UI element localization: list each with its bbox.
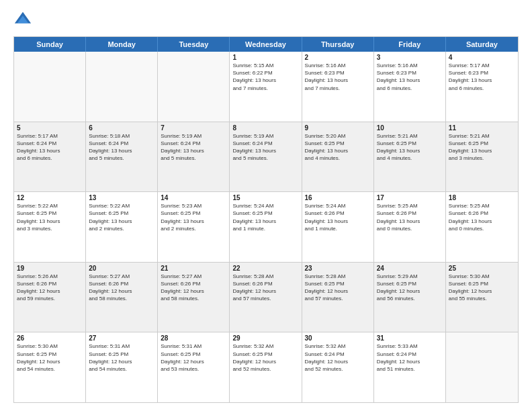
day-cell-22: 22Sunrise: 5:28 AM Sunset: 6:26 PM Dayli… <box>230 263 302 332</box>
week-row-2: 5Sunrise: 5:17 AM Sunset: 6:24 PM Daylig… <box>14 122 518 192</box>
day-info: Sunrise: 5:30 AM Sunset: 6:25 PM Dayligh… <box>17 342 83 373</box>
day-number: 30 <box>305 334 371 342</box>
day-cell-28: 28Sunrise: 5:31 AM Sunset: 6:25 PM Dayli… <box>158 332 230 402</box>
day-info: Sunrise: 5:32 AM Sunset: 6:24 PM Dayligh… <box>305 342 371 373</box>
day-cell-19: 19Sunrise: 5:26 AM Sunset: 6:26 PM Dayli… <box>14 263 86 332</box>
header <box>13 11 519 30</box>
calendar: SundayMondayTuesdayWednesdayThursdayFrid… <box>13 36 519 403</box>
day-info: Sunrise: 5:19 AM Sunset: 6:24 PM Dayligh… <box>232 132 298 163</box>
day-number: 16 <box>305 194 371 201</box>
empty-cell <box>446 332 518 402</box>
empty-cell <box>86 52 158 122</box>
week-row-5: 26Sunrise: 5:30 AM Sunset: 6:25 PM Dayli… <box>14 332 518 402</box>
day-info: Sunrise: 5:21 AM Sunset: 6:25 PM Dayligh… <box>449 132 515 163</box>
day-info: Sunrise: 5:22 AM Sunset: 6:25 PM Dayligh… <box>89 202 154 232</box>
day-number: 9 <box>305 124 371 132</box>
day-info: Sunrise: 5:31 AM Sunset: 6:25 PM Dayligh… <box>89 342 154 373</box>
header-day-saturday: Saturday <box>446 37 518 52</box>
header-day-tuesday: Tuesday <box>158 37 230 52</box>
page: SundayMondayTuesdayWednesdayThursdayFrid… <box>0 0 532 411</box>
day-number: 3 <box>377 54 443 61</box>
day-cell-21: 21Sunrise: 5:27 AM Sunset: 6:26 PM Dayli… <box>158 263 230 332</box>
day-cell-26: 26Sunrise: 5:30 AM Sunset: 6:25 PM Dayli… <box>14 332 86 402</box>
day-number: 17 <box>377 194 443 201</box>
day-info: Sunrise: 5:26 AM Sunset: 6:26 PM Dayligh… <box>17 273 83 303</box>
day-info: Sunrise: 5:23 AM Sunset: 6:25 PM Dayligh… <box>161 202 226 232</box>
day-info: Sunrise: 5:33 AM Sunset: 6:24 PM Dayligh… <box>377 342 443 373</box>
day-info: Sunrise: 5:17 AM Sunset: 6:24 PM Dayligh… <box>17 132 83 163</box>
day-cell-8: 8Sunrise: 5:19 AM Sunset: 6:24 PM Daylig… <box>230 122 302 192</box>
day-info: Sunrise: 5:24 AM Sunset: 6:25 PM Dayligh… <box>232 202 298 232</box>
day-cell-13: 13Sunrise: 5:22 AM Sunset: 6:25 PM Dayli… <box>86 192 158 262</box>
day-info: Sunrise: 5:30 AM Sunset: 6:25 PM Dayligh… <box>449 273 515 303</box>
day-number: 22 <box>232 265 298 272</box>
day-number: 6 <box>89 124 154 132</box>
day-number: 28 <box>161 334 226 342</box>
day-cell-3: 3Sunrise: 5:16 AM Sunset: 6:23 PM Daylig… <box>374 52 446 122</box>
day-info: Sunrise: 5:16 AM Sunset: 6:23 PM Dayligh… <box>377 62 443 92</box>
day-info: Sunrise: 5:29 AM Sunset: 6:25 PM Dayligh… <box>377 273 443 303</box>
header-day-sunday: Sunday <box>14 37 86 52</box>
day-info: Sunrise: 5:22 AM Sunset: 6:25 PM Dayligh… <box>17 202 83 232</box>
day-info: Sunrise: 5:15 AM Sunset: 6:22 PM Dayligh… <box>232 62 298 92</box>
day-cell-27: 27Sunrise: 5:31 AM Sunset: 6:25 PM Dayli… <box>86 332 158 402</box>
header-day-monday: Monday <box>86 37 158 52</box>
header-day-thursday: Thursday <box>302 37 374 52</box>
day-info: Sunrise: 5:21 AM Sunset: 6:25 PM Dayligh… <box>377 132 443 163</box>
calendar-body: 1Sunrise: 5:15 AM Sunset: 6:22 PM Daylig… <box>14 52 518 402</box>
day-number: 31 <box>377 334 443 342</box>
day-info: Sunrise: 5:17 AM Sunset: 6:23 PM Dayligh… <box>449 62 515 92</box>
day-number: 11 <box>449 124 515 132</box>
day-cell-5: 5Sunrise: 5:17 AM Sunset: 6:24 PM Daylig… <box>14 122 86 192</box>
day-number: 29 <box>232 334 298 342</box>
day-cell-16: 16Sunrise: 5:24 AM Sunset: 6:26 PM Dayli… <box>302 192 374 262</box>
day-info: Sunrise: 5:31 AM Sunset: 6:25 PM Dayligh… <box>161 342 226 373</box>
day-cell-30: 30Sunrise: 5:32 AM Sunset: 6:24 PM Dayli… <box>302 332 374 402</box>
week-row-1: 1Sunrise: 5:15 AM Sunset: 6:22 PM Daylig… <box>14 52 518 122</box>
day-info: Sunrise: 5:32 AM Sunset: 6:25 PM Dayligh… <box>232 342 298 373</box>
day-info: Sunrise: 5:25 AM Sunset: 6:26 PM Dayligh… <box>449 202 515 232</box>
day-info: Sunrise: 5:27 AM Sunset: 6:26 PM Dayligh… <box>89 273 154 303</box>
day-cell-14: 14Sunrise: 5:23 AM Sunset: 6:25 PM Dayli… <box>158 192 230 262</box>
day-info: Sunrise: 5:16 AM Sunset: 6:23 PM Dayligh… <box>305 62 371 92</box>
day-number: 8 <box>232 124 298 132</box>
header-day-friday: Friday <box>374 37 446 52</box>
day-cell-6: 6Sunrise: 5:18 AM Sunset: 6:24 PM Daylig… <box>86 122 158 192</box>
day-info: Sunrise: 5:18 AM Sunset: 6:24 PM Dayligh… <box>89 132 154 163</box>
day-number: 18 <box>449 194 515 201</box>
day-cell-10: 10Sunrise: 5:21 AM Sunset: 6:25 PM Dayli… <box>374 122 446 192</box>
header-day-wednesday: Wednesday <box>230 37 302 52</box>
day-number: 13 <box>89 194 154 201</box>
logo-icon <box>13 11 32 30</box>
day-number: 2 <box>305 54 371 61</box>
day-info: Sunrise: 5:28 AM Sunset: 6:26 PM Dayligh… <box>232 273 298 303</box>
day-cell-4: 4Sunrise: 5:17 AM Sunset: 6:23 PM Daylig… <box>446 52 518 122</box>
day-cell-12: 12Sunrise: 5:22 AM Sunset: 6:25 PM Dayli… <box>14 192 86 262</box>
week-row-4: 19Sunrise: 5:26 AM Sunset: 6:26 PM Dayli… <box>14 262 518 332</box>
day-cell-25: 25Sunrise: 5:30 AM Sunset: 6:25 PM Dayli… <box>446 263 518 332</box>
day-number: 24 <box>377 265 443 272</box>
day-info: Sunrise: 5:20 AM Sunset: 6:25 PM Dayligh… <box>305 132 371 163</box>
day-cell-17: 17Sunrise: 5:25 AM Sunset: 6:26 PM Dayli… <box>374 192 446 262</box>
day-cell-18: 18Sunrise: 5:25 AM Sunset: 6:26 PM Dayli… <box>446 192 518 262</box>
day-number: 5 <box>17 124 83 132</box>
day-cell-7: 7Sunrise: 5:19 AM Sunset: 6:24 PM Daylig… <box>158 122 230 192</box>
day-cell-31: 31Sunrise: 5:33 AM Sunset: 6:24 PM Dayli… <box>374 332 446 402</box>
day-number: 27 <box>89 334 154 342</box>
empty-cell <box>14 52 86 122</box>
day-number: 1 <box>232 54 298 61</box>
day-cell-29: 29Sunrise: 5:32 AM Sunset: 6:25 PM Dayli… <box>230 332 302 402</box>
day-cell-24: 24Sunrise: 5:29 AM Sunset: 6:25 PM Dayli… <box>374 263 446 332</box>
day-number: 26 <box>17 334 83 342</box>
day-cell-23: 23Sunrise: 5:28 AM Sunset: 6:25 PM Dayli… <box>302 263 374 332</box>
calendar-header: SundayMondayTuesdayWednesdayThursdayFrid… <box>14 37 518 52</box>
day-cell-15: 15Sunrise: 5:24 AM Sunset: 6:25 PM Dayli… <box>230 192 302 262</box>
day-cell-11: 11Sunrise: 5:21 AM Sunset: 6:25 PM Dayli… <box>446 122 518 192</box>
day-number: 19 <box>17 265 83 272</box>
day-number: 4 <box>449 54 515 61</box>
day-number: 12 <box>17 194 83 201</box>
day-info: Sunrise: 5:25 AM Sunset: 6:26 PM Dayligh… <box>377 202 443 232</box>
day-number: 23 <box>305 265 371 272</box>
day-cell-1: 1Sunrise: 5:15 AM Sunset: 6:22 PM Daylig… <box>230 52 302 122</box>
day-number: 15 <box>232 194 298 201</box>
